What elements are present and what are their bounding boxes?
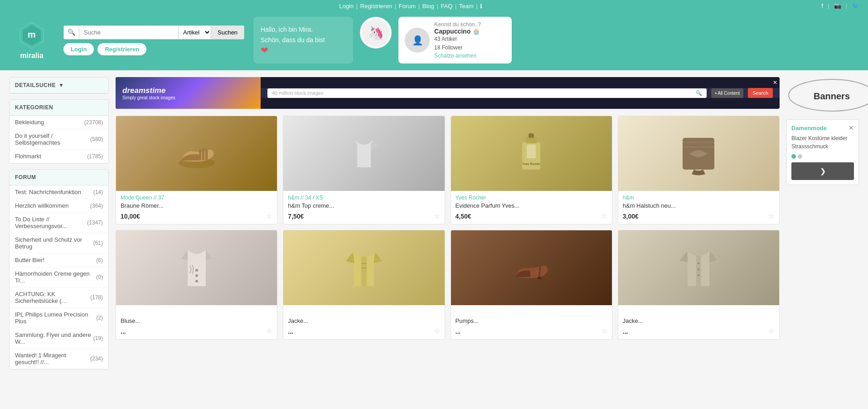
favorite-icon[interactable]: ☆ xyxy=(266,212,272,220)
forum-item-count: (6) xyxy=(96,257,103,263)
product-card[interactable]: Jacke... ... ☆ xyxy=(283,230,445,340)
forum-item[interactable]: Herzlich willkommen (364) xyxy=(10,199,108,213)
product-card[interactable]: Pumps... ... ☆ xyxy=(451,230,612,340)
product-image: Yves Rocher xyxy=(451,116,612,191)
favorite-icon[interactable]: ☆ xyxy=(266,327,272,336)
product-seller[interactable]: h&m xyxy=(623,195,775,201)
top-navigation: Login | Registrieren | Forum | Blog | FA… xyxy=(0,0,868,12)
forum-item[interactable]: To Do Liste // Verbesserungsvor... (1347… xyxy=(10,213,108,233)
product-title: Braune Römer... xyxy=(121,202,272,209)
product-info: Mode Queen // 37 Braune Römer... 10,00€ … xyxy=(116,191,277,224)
banner-search-icon: 🔍 xyxy=(696,90,702,96)
category-name: Flohmarkt xyxy=(15,153,41,160)
product-info: Pumps... ... ☆ xyxy=(451,305,612,339)
forum-item[interactable]: ACHTUNG: KK Sicherheitslücke (… (178) xyxy=(10,287,108,308)
facebook-icon[interactable]: f xyxy=(822,2,824,9)
kennst-username: Cappuccino 🧁 xyxy=(434,28,481,35)
article-select[interactable]: Artikel Nutzer xyxy=(179,25,211,39)
categories-label: KATEGORIEN xyxy=(15,104,53,111)
kennst-link[interactable]: Schätze ansehen xyxy=(434,53,476,59)
register-button[interactable]: Registrieren xyxy=(97,43,146,55)
product-card[interactable]: h&m h&m Halstuch neu... 3,00€ ☆ xyxy=(618,116,780,224)
ad-next-button[interactable]: ❯ xyxy=(791,162,854,180)
product-seller[interactable]: Yves Rocher xyxy=(456,195,607,201)
ad-dot-active[interactable] xyxy=(791,154,796,159)
favorite-icon[interactable]: ☆ xyxy=(434,327,440,336)
forum-item-count: (234) xyxy=(90,355,103,362)
search-button[interactable]: Suchen xyxy=(211,25,244,39)
product-seller[interactable] xyxy=(121,309,272,316)
banner-left: dreamstime Simply great stock images xyxy=(116,77,261,109)
forum-item[interactable]: Hämorrhoiden Creme gegen Tr... (0) xyxy=(10,267,108,287)
product-card[interactable]: Bluse... ... ☆ xyxy=(116,230,277,340)
forum-item[interactable]: Butter Bier! (6) xyxy=(10,253,108,267)
forum-item-count: (364) xyxy=(90,203,103,209)
nav-faq[interactable]: FAQ xyxy=(441,3,452,10)
ad-close-icon[interactable]: ✕ xyxy=(849,124,854,131)
product-info: h&m // 34 / XS h&m Top creme... 7,50€ ☆ xyxy=(283,191,444,224)
product-card[interactable]: Yves Rocher Yves Rocher Evidence Parfum … xyxy=(451,116,612,224)
main-wrapper: DETAILSUCHE ▼ KATEGORIEN Bekleidung (237… xyxy=(0,70,868,382)
chevron-down-icon: ▼ xyxy=(58,82,64,88)
svg-rect-14 xyxy=(527,145,536,158)
forum-section: FORUM Test: Nachrichtenfunktion (14) Her… xyxy=(9,169,109,370)
forum-item[interactable]: Test: Nachrichtenfunktion (14) xyxy=(10,185,108,199)
forum-item[interactable]: Wanted! 1 Miragent gesucht!! //... (234) xyxy=(10,349,108,369)
svg-point-28 xyxy=(698,263,699,264)
banner-close-icon[interactable]: ✕ xyxy=(773,79,777,86)
product-seller[interactable]: h&m // 34 / XS xyxy=(288,195,440,201)
product-card[interactable]: h&m // 34 / XS h&m Top creme... 7,50€ ☆ xyxy=(283,116,445,224)
nav-team[interactable]: Team xyxy=(459,3,474,10)
search-input[interactable] xyxy=(79,25,179,39)
site-header: m miralia 🔍 Artikel Nutzer Suchen Login … xyxy=(0,12,868,70)
login-button[interactable]: Login xyxy=(63,43,94,55)
categories-section: KATEGORIEN Bekleidung (23708) Do it your… xyxy=(9,99,109,164)
favorite-icon[interactable]: ☆ xyxy=(601,212,607,220)
forum-item-name: Hämorrhoiden Creme gegen Tr... xyxy=(15,270,96,284)
forum-item-name: Sammlung: Flyer und andere W... xyxy=(15,331,93,345)
product-price-row: 10,00€ ☆ xyxy=(121,212,272,220)
svg-text:👤: 👤 xyxy=(412,35,423,46)
product-seller[interactable] xyxy=(288,309,440,316)
info-icon[interactable]: ℹ xyxy=(480,3,482,10)
forum-item[interactable]: Sammlung: Flyer und andere W... (19) xyxy=(10,328,108,349)
favorite-icon[interactable]: ☆ xyxy=(601,327,607,336)
ad-body: Blazer Kostüme kleiderStrassschmuck xyxy=(791,134,854,151)
forum-item-count: (14) xyxy=(93,189,103,195)
product-price: 7,50€ xyxy=(288,213,304,220)
ad-dot[interactable] xyxy=(798,154,802,159)
banner-search-text: 40 million stock images xyxy=(272,90,324,96)
product-card[interactable]: Jacke... ... ☆ xyxy=(618,230,780,340)
product-title: Jacke... xyxy=(288,317,440,324)
product-price: ... xyxy=(456,328,461,335)
heart-icon[interactable]: ❤ xyxy=(261,45,325,56)
favorite-icon[interactable]: ☆ xyxy=(768,212,775,220)
forum-item[interactable]: Sicherheit und Schutz vor Betrug (61) xyxy=(10,233,108,253)
product-seller[interactable]: Mode Queen // 37 xyxy=(121,195,272,201)
logo-area[interactable]: m miralia xyxy=(9,20,54,60)
banner-search-button[interactable]: Search xyxy=(748,88,773,98)
detail-search-header[interactable]: DETAILSUCHE ▼ xyxy=(10,78,108,93)
twitter-icon[interactable]: 🐦 xyxy=(852,2,859,9)
instagram-icon[interactable]: 📷 xyxy=(834,2,841,9)
svg-point-20 xyxy=(195,274,198,277)
favorite-icon[interactable]: ☆ xyxy=(434,212,440,220)
product-title: Bluse... xyxy=(121,317,272,324)
category-bekleidung[interactable]: Bekleidung (23708) xyxy=(10,116,108,129)
svg-rect-8 xyxy=(199,149,201,161)
nav-login[interactable]: Login xyxy=(339,3,354,10)
product-price-row: ... ☆ xyxy=(623,327,775,336)
forum-item-name: Test: Nachrichtenfunktion xyxy=(15,189,81,195)
product-seller[interactable] xyxy=(623,309,775,316)
kennst-followers: 18 Follower xyxy=(434,44,481,52)
category-flohmarkt[interactable]: Flohmarkt (1785) xyxy=(10,150,108,163)
banner-filter-button[interactable]: • All Content xyxy=(711,88,743,98)
nav-forum[interactable]: Forum xyxy=(399,3,416,10)
favorite-icon[interactable]: ☆ xyxy=(768,327,775,336)
nav-blog[interactable]: Blog xyxy=(422,3,434,10)
nav-registrieren[interactable]: Registrieren xyxy=(360,3,392,10)
category-diy[interactable]: Do it yourself / Selbstgemachtes (580) xyxy=(10,129,108,150)
product-card[interactable]: Mode Queen // 37 Braune Römer... 10,00€ … xyxy=(116,116,277,224)
forum-item[interactable]: IPL Philips Lumea Precision Plus (2) xyxy=(10,308,108,328)
product-seller[interactable] xyxy=(456,309,607,316)
